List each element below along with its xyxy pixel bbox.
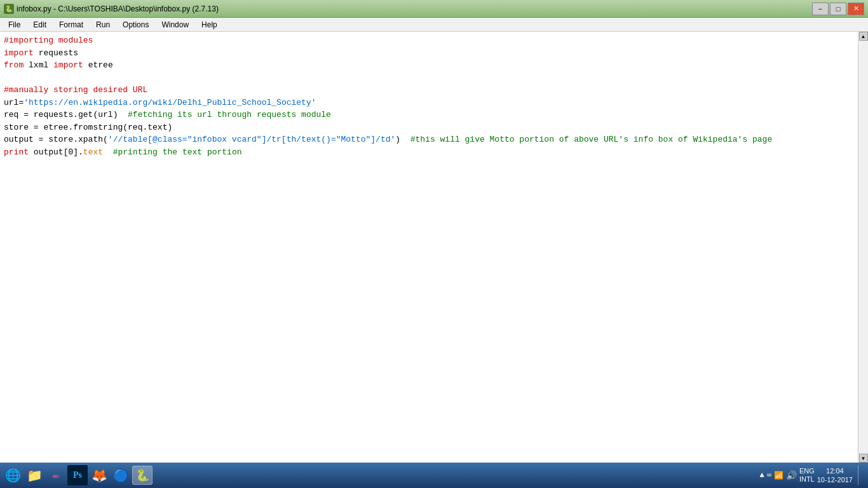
tray-show-desktop[interactable] <box>858 466 862 485</box>
title-bar: 🐍 infobox.py - C:\Users\TOSHIBA\Desktop\… <box>0 0 868 18</box>
taskbar-explorer-icon[interactable]: 📁 <box>24 465 44 485</box>
taskbar-firefox-icon[interactable]: 🦊 <box>89 465 109 485</box>
taskbar-idle-icon[interactable]: 🐍 <box>132 466 153 485</box>
tray-network-icon[interactable]: 📶 <box>774 471 783 480</box>
window-title: infobox.py - C:\Users\TOSHIBA\Desktop\in… <box>17 4 219 13</box>
taskbar-ps-icon[interactable]: Ps <box>67 465 88 485</box>
title-buttons: − □ ✕ <box>812 3 864 15</box>
taskbar-stylus-icon[interactable]: ✒ <box>46 465 66 485</box>
menu-format[interactable]: Format <box>53 18 89 31</box>
menu-run[interactable]: Run <box>90 18 116 31</box>
menu-bar: File Edit Format Run Options Window Help <box>0 18 868 32</box>
menu-edit[interactable]: Edit <box>27 18 52 31</box>
close-button[interactable]: ✕ <box>848 3 864 15</box>
tray-arrow-icon[interactable]: ▲ <box>759 471 764 480</box>
editor-container: #importing modules import requests from … <box>0 32 868 463</box>
taskbar: 🌐 📁 ✒ Ps 🦊 🔵 🐍 ▲ ⌨ 📶 🔊 ENG INTL 12:04 10… <box>0 463 868 488</box>
tray-clock: 12:04 10-12-2017 <box>817 466 853 485</box>
maximize-button[interactable]: □ <box>830 3 846 15</box>
vertical-scrollbar[interactable]: ▲ ▼ <box>858 32 868 463</box>
tray-volume-icon[interactable]: 🔊 <box>786 470 797 481</box>
scroll-down[interactable]: ▼ <box>859 454 868 463</box>
minimize-button[interactable]: − <box>812 3 829 15</box>
menu-options[interactable]: Options <box>117 18 154 31</box>
editor-content[interactable]: #importing modules import requests from … <box>0 32 858 463</box>
taskbar-chrome-icon[interactable]: 🔵 <box>111 465 131 485</box>
scroll-up[interactable]: ▲ <box>859 32 868 41</box>
app-icon: 🐍 <box>4 4 14 14</box>
tray-lang: ENG INTL <box>799 467 815 484</box>
taskbar-ie-icon[interactable]: 🌐 <box>3 465 23 485</box>
title-bar-left: 🐍 infobox.py - C:\Users\TOSHIBA\Desktop\… <box>4 4 219 14</box>
menu-help[interactable]: Help <box>196 18 223 31</box>
menu-window[interactable]: Window <box>156 18 194 31</box>
menu-file[interactable]: File <box>3 18 26 31</box>
taskbar-start-area: 🌐 📁 ✒ Ps 🦊 🔵 🐍 <box>3 465 754 485</box>
tray-keyboard-icon[interactable]: ⌨ <box>767 471 771 480</box>
taskbar-tray: ▲ ⌨ 📶 🔊 ENG INTL 12:04 10-12-2017 <box>756 466 865 485</box>
